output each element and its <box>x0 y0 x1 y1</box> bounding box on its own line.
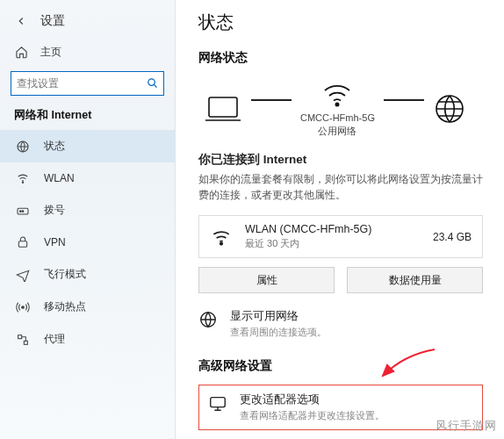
sidebar-item-label: 飞行模式 <box>44 267 86 282</box>
sidebar-item-dialup[interactable]: 拨号 <box>0 194 175 227</box>
show-networks-title: 显示可用网络 <box>230 309 327 324</box>
svg-rect-9 <box>18 335 22 338</box>
svg-point-8 <box>22 306 25 308</box>
svg-point-5 <box>20 210 22 212</box>
router-wifi-icon: CMCC-HFmh-5G 公用网络 <box>300 80 375 138</box>
page-title: 状态 <box>198 11 483 34</box>
svg-line-1 <box>154 84 156 87</box>
airplane-icon <box>16 268 30 282</box>
show-networks-link[interactable]: 显示可用网络 查看周围的连接选项。 <box>198 309 483 339</box>
home-icon <box>14 46 28 60</box>
globe-icon <box>433 92 466 126</box>
sidebar-item-label: VPN <box>44 236 66 248</box>
dialup-icon <box>16 204 30 218</box>
adapter-options-link[interactable]: 更改适配器选项 查看网络适配器并更改连接设置。 <box>208 392 473 422</box>
search-box[interactable] <box>11 71 164 96</box>
category-heading: 网络和 Internet <box>0 104 175 130</box>
wlan-usage-card: WLAN (CMCC-HFmh-5G) 最近 30 天内 23.4 GB <box>198 215 483 258</box>
sidebar-item-hotspot[interactable]: 移动热点 <box>0 291 175 323</box>
wifi-icon <box>16 171 30 185</box>
network-status-heading: 网络状态 <box>198 50 483 66</box>
connector-line <box>251 99 292 101</box>
main-content: 状态 网络状态 CMCC-HFmh-5G 公用网络 你已连接到 Internet… <box>176 0 504 439</box>
device-icon <box>204 94 242 124</box>
sidebar-item-label: 代理 <box>44 332 65 347</box>
diagram-ssid: CMCC-HFmh-5G <box>300 112 375 123</box>
svg-rect-10 <box>24 341 27 344</box>
watermark: 风行手游网 <box>436 418 497 434</box>
diagram-net-type: 公用网络 <box>318 126 356 136</box>
adapter-sub: 查看网络适配器并更改连接设置。 <box>240 409 385 422</box>
wlan-usage: 23.4 GB <box>433 231 472 243</box>
status-icon <box>16 140 30 154</box>
adapter-icon <box>208 393 227 413</box>
sidebar-item-label: 拨号 <box>44 203 65 218</box>
connector-line <box>384 99 424 101</box>
settings-label: 设置 <box>40 13 65 29</box>
back-button[interactable]: 设置 <box>0 5 175 37</box>
search-input[interactable] <box>17 77 142 90</box>
svg-point-6 <box>22 210 24 212</box>
adapter-title: 更改适配器选项 <box>240 392 385 407</box>
proxy-icon <box>16 333 30 347</box>
sidebar-item-proxy[interactable]: 代理 <box>0 323 175 356</box>
arrow-left-icon <box>14 14 28 28</box>
show-networks-sub: 查看周围的连接选项。 <box>230 326 327 339</box>
data-usage-button[interactable]: 数据使用量 <box>347 267 483 293</box>
wifi-icon <box>210 226 233 248</box>
sidebar-item-label: 状态 <box>44 139 65 154</box>
home-label: 主页 <box>40 45 61 60</box>
network-diagram: CMCC-HFmh-5G 公用网络 <box>198 76 483 140</box>
search-icon <box>146 76 159 90</box>
svg-point-3 <box>22 182 23 183</box>
sidebar-item-status[interactable]: 状态 <box>0 130 175 162</box>
sidebar-item-airplane[interactable]: 飞行模式 <box>0 258 175 291</box>
settings-sidebar: 设置 主页 网络和 Internet 状态 <box>0 0 176 439</box>
sidebar-item-wlan[interactable]: WLAN <box>0 162 175 194</box>
connected-body: 如果你的流量套餐有限制，则你可以将此网络设置为按流量计费的连接，或者更改其他属性… <box>198 171 483 204</box>
svg-rect-16 <box>211 398 226 407</box>
svg-point-14 <box>220 242 223 245</box>
svg-point-12 <box>336 103 339 105</box>
available-networks-icon <box>198 310 218 329</box>
sidebar-item-label: WLAN <box>44 172 75 184</box>
hotspot-icon <box>16 300 30 314</box>
wlan-subtitle: 最近 30 天内 <box>245 237 421 250</box>
vpn-icon <box>16 235 30 249</box>
svg-rect-7 <box>18 241 26 248</box>
properties-button[interactable]: 属性 <box>198 267 335 293</box>
advanced-heading: 高级网络设置 <box>198 358 483 374</box>
svg-point-0 <box>148 79 155 86</box>
wlan-name: WLAN (CMCC-HFmh-5G) <box>245 223 421 235</box>
sidebar-item-label: 移动热点 <box>44 299 86 314</box>
connected-title: 你已连接到 Internet <box>198 152 483 168</box>
home-button[interactable]: 主页 <box>0 37 175 68</box>
svg-rect-11 <box>209 97 237 117</box>
sidebar-item-vpn[interactable]: VPN <box>0 227 175 258</box>
